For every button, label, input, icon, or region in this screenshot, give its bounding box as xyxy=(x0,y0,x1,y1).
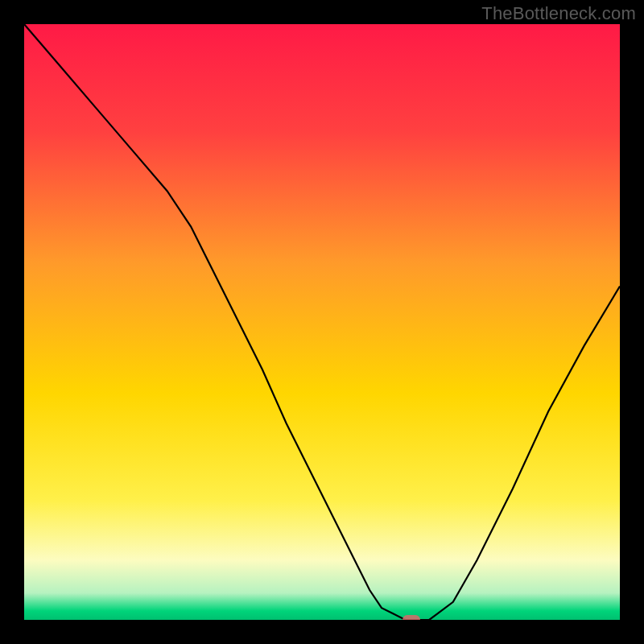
heat-background xyxy=(24,24,620,620)
watermark-text: TheBottleneck.com xyxy=(481,3,636,24)
bottleneck-chart xyxy=(24,24,620,620)
chart-frame: TheBottleneck.com xyxy=(0,0,644,644)
optimal-marker xyxy=(402,615,420,620)
